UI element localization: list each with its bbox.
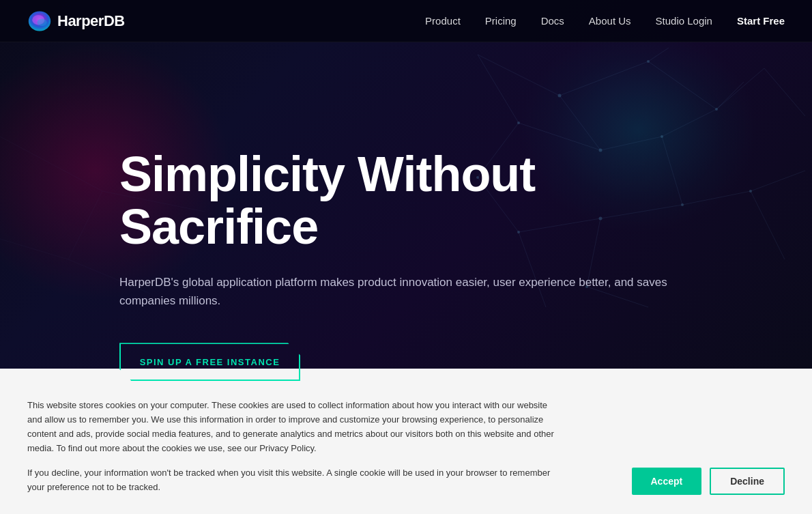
decline-button[interactable]: Decline: [710, 468, 785, 495]
cookie-text-primary: This website stores cookies on your comp…: [27, 399, 560, 455]
hero-title: Simplicity Without Sacrifice: [119, 148, 679, 255]
hero-subtitle: HarperDB's global application platform m…: [119, 273, 686, 310]
logo[interactable]: HarperDB: [27, 9, 125, 33]
nav-links: Product Pricing Docs About Us Studio Log…: [425, 15, 785, 27]
nav-pricing[interactable]: Pricing: [485, 15, 517, 27]
nav-start-free[interactable]: Start Free: [737, 15, 785, 27]
cta-spin-up-button[interactable]: SPIN UP A FREE INSTANCE: [119, 343, 300, 381]
nav-about[interactable]: About Us: [589, 15, 631, 27]
logo-text: HarperDB: [57, 12, 125, 30]
cookie-banner: This website stores cookies on your comp…: [0, 382, 812, 514]
logo-icon: [27, 9, 52, 33]
nav-product[interactable]: Product: [425, 15, 461, 27]
accept-button[interactable]: Accept: [632, 468, 702, 495]
svg-point-42: [37, 18, 46, 26]
nav-studio[interactable]: Studio Login: [656, 15, 712, 27]
navbar: HarperDB Product Pricing Docs About Us S…: [0, 0, 812, 42]
nav-docs[interactable]: Docs: [541, 15, 564, 27]
